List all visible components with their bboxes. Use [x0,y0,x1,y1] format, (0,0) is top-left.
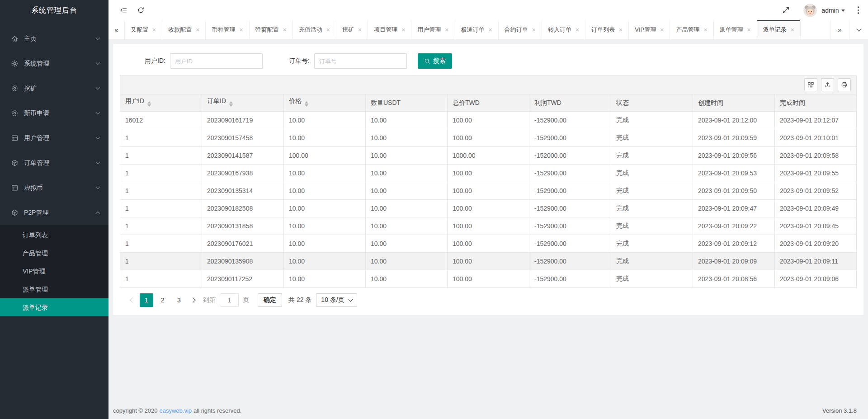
page-size-select[interactable]: 10 条/页 [316,293,357,307]
prev-page-button[interactable] [127,293,138,307]
column-header[interactable]: 创建时间 [693,94,775,112]
sidebar-item-users[interactable]: 用户管理 [0,126,108,151]
fullscreen-button[interactable] [777,0,794,20]
column-header[interactable]: 状态 [611,94,693,112]
table-row[interactable]: 16012202309016171910.0010.00100.00-15290… [120,112,857,129]
page-button-3[interactable]: 3 [172,293,186,307]
tab-close-icon[interactable]: × [283,27,287,33]
tab-close-icon[interactable]: × [791,27,794,33]
column-header[interactable]: 完成时间 [775,94,857,112]
table-row[interactable]: 1202309013531410.0010.00100.00-152900.00… [120,182,857,200]
user-id-input[interactable] [170,53,263,69]
table-row[interactable]: 1202309013185810.0010.00100.00-152900.00… [120,217,857,235]
sidebar-item-system[interactable]: 系统管理 [0,51,108,76]
easyweb-link[interactable]: easyweb.vip [159,407,192,414]
tab[interactable]: 订单列表 × [585,20,629,39]
user-menu[interactable]: admin [803,4,844,17]
table-cell: -152900.00 [529,253,611,270]
goto-confirm-button[interactable]: 确定 [258,293,282,307]
tab-close-icon[interactable]: × [358,27,362,33]
search-button[interactable]: 搜索 [418,53,452,69]
tab-close-icon[interactable]: × [703,27,707,33]
chevron-down-icon [348,297,353,302]
column-header[interactable]: 用户ID [120,94,202,112]
tab-close-icon[interactable]: × [489,27,492,33]
tab-close-icon[interactable]: × [239,27,243,33]
sidebar-item-mining[interactable]: 挖矿 [0,76,108,101]
sort-icon[interactable] [147,99,151,108]
search-form: 用户ID: 订单号: 搜索 [113,44,863,75]
tab-close-icon[interactable]: × [576,27,579,33]
tab[interactable]: 项目管理 × [368,20,411,39]
sidebar-item-orders[interactable]: 订单管理 [0,151,108,175]
sidebar-item-home[interactable]: 主页 [0,26,108,51]
tab[interactable]: VIP管理 × [629,20,670,39]
sidebar-subitem-dispatch[interactable]: 派单管理 [0,280,108,298]
table-row[interactable]: 1202309018250810.0010.00100.00-152900.00… [120,200,857,217]
sidebar-subitem-dispatch-records[interactable]: 派单记录 [0,298,108,316]
table-cell: 100.00 [448,253,529,270]
tabs-dropdown-button[interactable] [849,20,868,39]
page-button-2[interactable]: 2 [156,293,170,307]
tab[interactable]: 挖矿 × [336,20,368,39]
tabs-scroll-right-button[interactable]: » [830,20,849,39]
tab[interactable]: 派单管理 × [714,20,757,39]
tab-close-icon[interactable]: × [619,27,623,33]
sidebar-item-newcoin[interactable]: 新币申请 [0,101,108,126]
sort-icon[interactable] [229,99,233,108]
column-header[interactable]: 价格 [284,94,366,112]
table-cell: 100.00 [284,147,366,165]
tab-close-icon[interactable]: × [401,27,405,33]
table-cell: 2023090117252 [202,270,284,288]
table-row[interactable]: 1202309016793810.0010.00100.00-152900.00… [120,165,857,182]
table-row[interactable]: 1202309011725210.0010.00100.00-152900.00… [120,270,857,288]
sidebar-item-p2p[interactable]: P2P管理 [0,200,108,225]
tab[interactable]: 收款配置 × [162,20,206,39]
table-cell: 10.00 [284,182,366,200]
table-row[interactable]: 12023090141587100.0010.001000.00-152000.… [120,147,857,165]
tab[interactable]: 转入订单 × [542,20,585,39]
goto-page-input[interactable] [220,293,239,307]
table-row[interactable]: 1202309013590810.0010.00100.00-152900.00… [120,253,857,270]
table-row[interactable]: 1202309017602110.0010.00100.00-152900.00… [120,235,857,253]
table-cell: 2023-09-01 20:09:47 [693,200,775,217]
tab[interactable]: 币种管理 × [206,20,249,39]
sidebar-subitem-product[interactable]: 产品管理 [0,244,108,262]
tab[interactable]: 产品管理 × [670,20,713,39]
column-header[interactable]: 数量USDT [366,94,448,112]
tabs-scroll-left-button[interactable]: « [108,20,125,39]
sort-icon[interactable] [305,99,308,108]
column-header[interactable]: 订单ID [202,94,284,112]
tab[interactable]: 弹窗配置 × [250,20,293,39]
page-button-1[interactable]: 1 [140,293,153,307]
next-page-button[interactable] [187,293,199,307]
table-cell: 完成 [611,200,693,217]
tab[interactable]: 派单记录 × [757,20,801,39]
columns-button[interactable] [804,78,817,91]
tab-close-icon[interactable]: × [196,27,199,33]
print-button[interactable] [838,78,851,91]
tab-close-icon[interactable]: × [152,27,156,33]
tab[interactable]: 充值活动 × [293,20,336,39]
chevron-left-icon [130,297,135,302]
more-menu-button[interactable] [855,4,862,17]
tab-close-icon[interactable]: × [326,27,330,33]
tab-close-icon[interactable]: × [532,27,536,33]
tab-close-icon[interactable]: × [747,27,751,33]
refresh-button[interactable] [132,0,149,20]
tab[interactable]: 又配置 × [125,20,162,39]
tab[interactable]: 合约订单 × [499,20,542,39]
sidebar-subitem-vip[interactable]: VIP管理 [0,262,108,280]
sidebar-subitem-order-list[interactable]: 订单列表 [0,226,108,244]
table-row[interactable]: 1202309015745810.0010.00100.00-152900.00… [120,129,857,147]
tab-close-icon[interactable]: × [660,27,664,33]
tab-close-icon[interactable]: × [445,27,448,33]
column-header[interactable]: 利润TWD [529,94,611,112]
sidebar-item-vcoin[interactable]: 虚拟币 [0,175,108,200]
order-no-input[interactable] [314,53,407,69]
column-header[interactable]: 总价TWD [448,94,529,112]
collapse-button[interactable] [115,0,132,20]
export-button[interactable] [821,78,834,91]
tab[interactable]: 用户管理 × [411,20,455,39]
tab[interactable]: 极速订单 × [455,20,499,39]
